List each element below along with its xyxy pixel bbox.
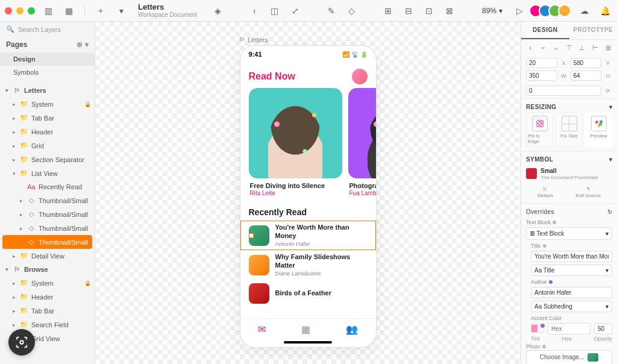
maximize-window[interactable] [28, 7, 35, 14]
w-input[interactable] [526, 71, 557, 81]
choose-image-button[interactable]: Choose Image... [526, 350, 612, 364]
layer-browse[interactable]: ▾🏳Browse [0, 263, 95, 276]
symbol-icon[interactable]: ◈ [211, 4, 225, 18]
override-title-style[interactable]: Aa Title▾ [531, 265, 612, 276]
override-author-style[interactable]: Aa Subheding▾ [531, 301, 612, 312]
collaborator-avatars[interactable]: ⋯ [533, 4, 571, 17]
status-bar: 9:41 📶📡🔋 [240, 46, 376, 60]
align-center-h-icon[interactable]: ⫟ [539, 43, 548, 52]
override-author-input[interactable] [531, 287, 612, 298]
layer-grid[interactable]: ▸📁Grid [0, 139, 95, 152]
difference-icon[interactable]: ⊠ [442, 4, 457, 18]
align-left-icon[interactable]: ⫞ [526, 43, 534, 52]
layer-browse-system[interactable]: ▸📁System [0, 276, 95, 290]
resize-pin-to-edge[interactable]: Pin to Edge [526, 113, 553, 147]
recent-item-1-selected[interactable]: You're Worth More than Money Antonin Haf… [240, 221, 376, 250]
tab-grid-icon[interactable]: ▦ [301, 324, 310, 335]
override-title-input[interactable] [531, 251, 612, 262]
layer-browse-tabbar[interactable]: ▸📁Tab Bar [0, 304, 95, 318]
layer-system[interactable]: ▸📁System [0, 97, 95, 111]
tab-inbox-icon[interactable]: ✉ [258, 324, 266, 335]
edit-source-button[interactable]: ✎Edit Source [576, 186, 601, 198]
minimize-window[interactable] [16, 7, 23, 14]
layer-detailview[interactable]: ▸📁Detail View [0, 249, 95, 263]
align-left-icon[interactable]: ⫞ [247, 4, 262, 18]
card-1[interactable]: Free Diving into Silence Rita Leite [249, 88, 342, 199]
subtract-icon[interactable]: ⊟ [401, 4, 416, 18]
cloud-icon[interactable]: ☁ [577, 4, 592, 18]
align-top-icon[interactable]: ⊤ [565, 43, 574, 52]
thumbnail-icon [249, 283, 269, 304]
y-input[interactable] [571, 58, 602, 68]
profile-avatar[interactable] [352, 69, 368, 84]
tab-prototype[interactable]: PROTOTYPE [569, 22, 618, 39]
layer-browse-searchfield[interactable]: ▸📁Search Field [0, 318, 95, 331]
union-icon[interactable]: ⊞ [381, 4, 395, 18]
featured-cards: Free Diving into Silence Rita Leite Phot… [240, 88, 376, 199]
play-icon[interactable]: ▷ [512, 4, 527, 18]
layer-listview[interactable]: ▾📁List View [0, 166, 95, 180]
tab-people-icon[interactable]: 👥 [346, 324, 358, 335]
layer-browse-header[interactable]: ▸📁Header [0, 290, 95, 304]
layer-section-separator[interactable]: ▸📁Section Separator [0, 152, 95, 166]
resize-fix-size[interactable]: Fix Size [556, 113, 583, 147]
override-textblock-select[interactable]: ≣ Text Block▾ [526, 227, 612, 240]
intersect-icon[interactable]: ⊡ [422, 4, 436, 18]
rotation-input[interactable] [526, 86, 601, 96]
layer-thumbnail-4-selected[interactable]: ▸◇Thumbnail/Small [2, 235, 92, 249]
h-input[interactable] [571, 71, 602, 81]
chevron-down-icon[interactable]: ▾ [609, 104, 612, 110]
tab-design[interactable]: DESIGN [521, 22, 569, 39]
notifications-icon[interactable]: 🔔 [598, 4, 612, 18]
sidebar-toggle-icon[interactable]: ▥ [41, 4, 55, 18]
symbol-name: Small [540, 168, 598, 175]
layer-root[interactable]: ▾🏳Letters [0, 84, 95, 97]
close-window[interactable] [5, 7, 12, 14]
google-lens-button[interactable] [8, 329, 35, 356]
align-bottom-icon[interactable]: ⊢ [591, 43, 600, 52]
detach-button[interactable]: ⍇Detach [537, 186, 553, 198]
reset-overrides-icon[interactable]: ↻ [607, 209, 612, 215]
align-right-icon[interactable]: ⫠ [552, 43, 560, 52]
x-input[interactable] [526, 58, 557, 68]
layer-thumbnail-3[interactable]: ▸◇Thumbnail/Small [0, 221, 95, 235]
grid-view-icon[interactable]: ▦ [61, 4, 76, 18]
page-symbols[interactable]: Symbols [0, 66, 95, 79]
align-center-v-icon[interactable]: ⊥ [578, 43, 586, 52]
edit-icon[interactable]: ✎ [324, 4, 339, 18]
symbol-source[interactable]: Small This Document/Thumbnail/ [526, 165, 612, 183]
add-page-icon[interactable]: ⊕ [77, 40, 83, 49]
accent-opacity-input[interactable] [594, 323, 612, 334]
flag-icon: 🏳 [239, 36, 245, 43]
mask-icon[interactable]: ◫ [268, 4, 282, 18]
layer-header[interactable]: ▸📁Header [0, 125, 95, 139]
symbol-heading: SYMBOL [526, 156, 553, 163]
read-now-heading: Read Now [249, 71, 295, 82]
page-design[interactable]: Design [0, 52, 95, 66]
pages-chevron-icon[interactable]: ▾ [85, 40, 89, 49]
distribute-icon[interactable]: ⊞ [604, 43, 612, 52]
add-dropdown-icon[interactable]: ▾ [114, 4, 128, 18]
search-layers[interactable]: 🔍 Search Layers [0, 22, 95, 37]
chevron-down-icon[interactable]: ▾ [609, 156, 612, 163]
layer-tabbar[interactable]: ▸📁Tab Bar [0, 111, 95, 125]
resize-preview[interactable]: Preview [585, 113, 612, 147]
add-icon[interactable]: ＋ [93, 4, 108, 18]
recent-item-3[interactable]: Birds of a Feather [240, 280, 376, 307]
status-time: 9:41 [249, 51, 262, 58]
recent-item-2[interactable]: Why Family Slideshows Matter Diane Lansd… [240, 250, 376, 280]
document-title-block: Letters Workspace Document [138, 3, 197, 18]
scale-icon[interactable]: ⤢ [288, 4, 302, 18]
layer-thumbnail-1[interactable]: ▸◇Thumbnail/Small [0, 193, 95, 207]
battery-icon: 🔋 [360, 51, 368, 58]
canvas[interactable]: 🏳Letters 9:41 📶📡🔋 Read Now Free Diving i… [95, 22, 521, 364]
zoom-dropdown[interactable]: 89%▾ [478, 5, 506, 16]
card-2[interactable]: Photographi Fua Lamba [348, 88, 376, 199]
vector-icon[interactable]: ◇ [345, 4, 359, 18]
layer-recently-read[interactable]: AaRecently Read [0, 180, 95, 193]
edit-source-icon: ✎ [586, 186, 590, 192]
accent-color-swatch[interactable] [531, 324, 544, 333]
accent-hex-input[interactable] [548, 323, 590, 334]
artboard-label[interactable]: 🏳Letters [239, 36, 268, 43]
layer-thumbnail-2[interactable]: ▸◇Thumbnail/Small [0, 207, 95, 221]
